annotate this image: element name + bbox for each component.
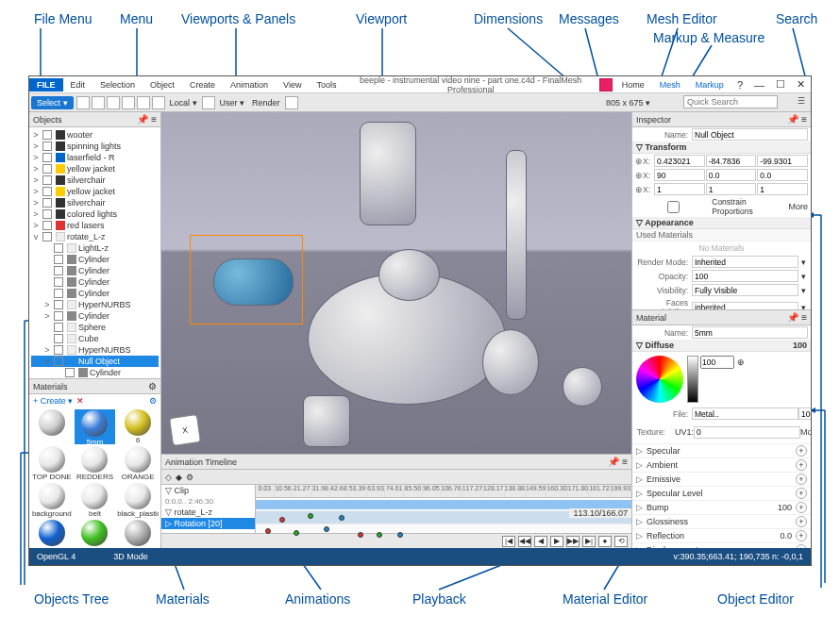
tree-node[interactable]: Cylinder	[31, 254, 159, 265]
expand-icon[interactable]: +	[796, 516, 807, 527]
pin-icon[interactable]: 📌 ≡	[608, 457, 628, 467]
material-thumbnail[interactable]: TOP DONE	[31, 446, 73, 481]
material-thumbnail[interactable]	[31, 520, 73, 546]
tree-node[interactable]: >HyperNURBS	[31, 299, 159, 310]
texture-pct[interactable]	[798, 407, 811, 420]
appearance-section[interactable]: ▽ Appearance	[632, 217, 811, 229]
tree-node[interactable]: >spinning lights	[31, 141, 159, 152]
local-dropdown[interactable]: Local ▾	[170, 98, 197, 108]
settings-icon[interactable]: ☰	[798, 96, 805, 106]
menu-edit[interactable]: Edit	[63, 78, 93, 91]
rot-z[interactable]	[757, 169, 808, 181]
settings-icon[interactable]: ⚙	[186, 473, 193, 482]
object-name-input[interactable]	[692, 128, 808, 141]
material-channel-row[interactable]: ▷Bump100+	[632, 500, 811, 514]
expand-icon[interactable]: +	[796, 474, 807, 485]
tree-node[interactable]: LightL-z	[31, 242, 159, 254]
used-materials-section[interactable]: Used Materials	[632, 229, 811, 241]
tree-node[interactable]: vNull Object	[31, 356, 159, 367]
axis-widget[interactable]: X	[169, 414, 201, 446]
expand-icon[interactable]: +	[796, 445, 807, 457]
material-thumbnail[interactable]: background	[31, 483, 73, 518]
search-input[interactable]	[683, 95, 778, 108]
menu-object[interactable]: Object	[143, 78, 182, 91]
pin-icon[interactable]: 📌 ≡	[787, 114, 807, 125]
prop-value[interactable]	[692, 284, 798, 296]
pin-icon[interactable]: 📌 ≡	[137, 114, 157, 125]
pos-z[interactable]	[757, 155, 808, 167]
tree-node[interactable]: Cylinder	[31, 288, 159, 299]
scl-x[interactable]	[654, 183, 705, 195]
gear-icon[interactable]: ⚙	[149, 396, 157, 406]
tree-node[interactable]: >red lasers	[31, 220, 159, 231]
material-thumbnail[interactable]: REDDERS	[75, 446, 116, 481]
material-thumbnail[interactable]	[75, 520, 116, 546]
render-button[interactable]: Render	[252, 98, 280, 108]
material-thumbnail[interactable]: belt	[75, 483, 116, 518]
brightness-slider[interactable]	[687, 356, 698, 403]
prop-value[interactable]	[692, 270, 798, 282]
play-reverse-button[interactable]: ◀	[534, 536, 547, 547]
tree-node[interactable]: >wooter	[31, 129, 159, 141]
tree-node[interactable]: Sphere	[31, 322, 159, 333]
delete-material-icon[interactable]: ✕	[76, 396, 84, 406]
tab-markup[interactable]: Markup	[688, 78, 731, 91]
track-rotate[interactable]: ▽ rotate_L-z	[161, 507, 255, 518]
pos-x[interactable]	[654, 155, 705, 167]
tree-node[interactable]: Cube	[31, 333, 159, 344]
material-channel-row[interactable]: ▷Emissive+	[632, 472, 811, 486]
user-dropdown[interactable]: User ▾	[220, 98, 245, 108]
material-thumbnail[interactable]: 6	[117, 409, 159, 444]
tree-node[interactable]: >Cylinder	[31, 310, 159, 322]
tree-node[interactable]: >HyperNURBS	[31, 344, 159, 356]
next-frame-button[interactable]: ▶▶	[566, 536, 580, 547]
prev-frame-button[interactable]: ◀◀	[518, 536, 531, 547]
3d-viewport[interactable]: X	[161, 112, 631, 454]
material-channel-row[interactable]: ▷Specular+	[632, 443, 811, 457]
menu-view[interactable]: View	[276, 78, 309, 91]
goto-start-button[interactable]: |◀	[502, 536, 515, 547]
material-channel-row[interactable]: ▷Specular Level+	[632, 486, 811, 500]
color-value[interactable]	[700, 356, 734, 369]
objects-tree[interactable]: >wooter>spinning lights>laserfield - R>y…	[29, 127, 160, 378]
menu-selection[interactable]: Selection	[92, 78, 143, 91]
close-button[interactable]: ✕	[791, 76, 811, 92]
home-icon[interactable]	[122, 96, 135, 109]
goto-end-button[interactable]: ▶|	[582, 536, 596, 547]
tree-node[interactable]: Cylinder	[31, 367, 159, 378]
add-key-icon[interactable]: ◆	[176, 473, 182, 482]
more-link[interactable]: More	[800, 427, 811, 437]
texture-file[interactable]	[692, 407, 798, 420]
expand-icon[interactable]: +	[796, 530, 807, 541]
material-thumbnail[interactable]: ORANGE HA..	[117, 446, 159, 481]
more-link[interactable]: More	[789, 202, 809, 211]
tree-node[interactable]: >silverchair	[31, 197, 159, 208]
menu-tools[interactable]: Tools	[309, 78, 344, 91]
dimensions-dropdown[interactable]: 805 x 675 ▾	[606, 98, 650, 108]
prop-value[interactable]	[692, 302, 798, 311]
loop-button[interactable]: ⟲	[614, 536, 628, 547]
clip-row[interactable]: ▽ Clip	[161, 485, 255, 496]
tab-mesh[interactable]: Mesh	[652, 78, 688, 91]
pos-y[interactable]	[706, 155, 757, 167]
material-thumbnail[interactable]: 5mm	[75, 409, 116, 444]
tree-node[interactable]: >laserfield - R	[31, 152, 159, 163]
prev-key-icon[interactable]: ◇	[165, 473, 172, 482]
material-thumbnail[interactable]: black_plastic	[117, 483, 159, 518]
tool-icon[interactable]	[202, 96, 215, 109]
play-button[interactable]: ▶	[550, 536, 563, 547]
material-channel-row[interactable]: ▷Ambient+	[632, 457, 811, 472]
file-menu-button[interactable]: FILE	[29, 78, 63, 91]
constrain-checkbox[interactable]	[635, 201, 712, 213]
tree-node[interactable]: Cylinder	[31, 276, 159, 288]
create-material-button[interactable]: + Create ▾	[33, 396, 73, 406]
diffuse-section[interactable]: ▽ Diffuse100	[632, 340, 811, 352]
menu-animation[interactable]: Animation	[223, 78, 276, 91]
zoom-icon[interactable]	[137, 96, 150, 109]
prop-value[interactable]	[692, 256, 798, 268]
gear-icon[interactable]: ⚙	[148, 381, 157, 391]
menu-create[interactable]: Create	[182, 78, 223, 91]
uv-value[interactable]	[694, 426, 800, 439]
select-tool-button[interactable]: Select ▾	[31, 96, 74, 109]
tree-node[interactable]: >yellow jacket	[31, 186, 159, 197]
